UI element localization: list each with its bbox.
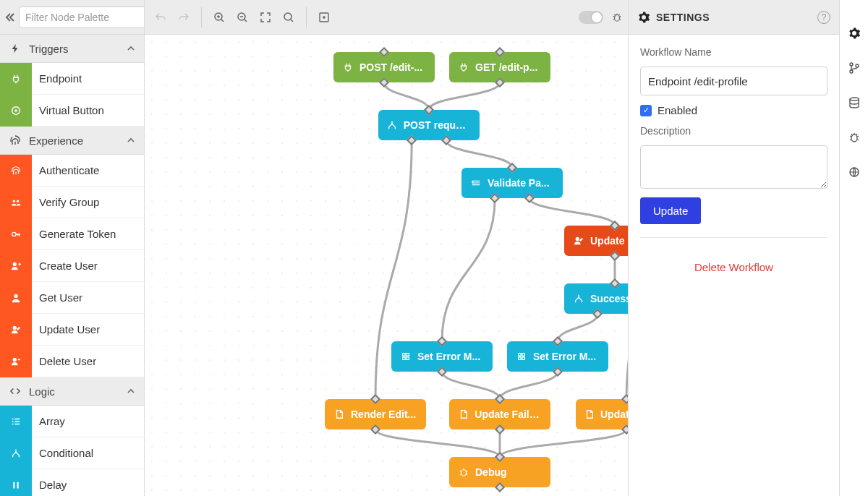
palette-item-label: Authenticate bbox=[32, 164, 144, 176]
redo-icon bbox=[178, 12, 190, 23]
collapse-sidebar-button[interactable] bbox=[4, 7, 16, 28]
svg-point-20 bbox=[851, 134, 857, 142]
node-label: Debug bbox=[475, 466, 507, 478]
plug-icon bbox=[458, 61, 469, 73]
node-label: Validate Pa... bbox=[488, 177, 550, 189]
page-icon bbox=[333, 409, 345, 420]
palette-section-label: Triggers bbox=[29, 43, 119, 55]
bug-icon bbox=[612, 12, 622, 22]
target-icon bbox=[0, 95, 32, 127]
zoom-reset-button[interactable] bbox=[278, 7, 299, 27]
note-plus-icon bbox=[318, 12, 330, 23]
rail-storage-button[interactable] bbox=[844, 93, 864, 113]
enabled-label: Enabled bbox=[658, 104, 697, 116]
svg-point-8 bbox=[13, 357, 17, 361]
zoom-in-button[interactable] bbox=[209, 7, 229, 27]
rail-versions-button[interactable] bbox=[844, 58, 864, 78]
svg-point-1 bbox=[14, 109, 17, 112]
node-label: Update Failure bbox=[475, 409, 542, 420]
rail-debug-button[interactable] bbox=[844, 127, 864, 147]
palette-item[interactable]: Get User bbox=[0, 282, 144, 314]
rail-globals-button[interactable] bbox=[844, 162, 864, 182]
right-rail bbox=[839, 0, 868, 496]
palette-item-label: Delete User bbox=[32, 355, 144, 367]
palette-item[interactable]: Create User bbox=[0, 250, 144, 282]
palette-section-logic[interactable]: Logic bbox=[0, 377, 144, 406]
palette-item[interactable]: Endpoint bbox=[0, 63, 144, 95]
user-icon bbox=[0, 282, 32, 314]
group-icon bbox=[0, 187, 32, 218]
user!-icon bbox=[573, 235, 584, 247]
debug-toggle[interactable] bbox=[579, 11, 603, 24]
node-label: Success? bbox=[590, 293, 628, 304]
palette-item[interactable]: Virtual Button bbox=[0, 95, 144, 127]
svg-point-14 bbox=[576, 237, 579, 241]
finger-icon bbox=[0, 155, 32, 187]
palette-section-experience[interactable]: Experience bbox=[0, 127, 144, 155]
toolbar bbox=[145, 0, 628, 35]
svg-point-13 bbox=[615, 14, 620, 21]
bug-icon bbox=[848, 132, 860, 143]
zoom-out-button[interactable] bbox=[232, 7, 252, 27]
svg-point-4 bbox=[12, 232, 16, 236]
palette-item-label: Array bbox=[32, 415, 144, 427]
palette-item-label: Get User bbox=[32, 291, 144, 304]
palette-item[interactable]: Delay bbox=[0, 469, 144, 496]
svg-point-11 bbox=[284, 13, 292, 20]
svg-point-19 bbox=[850, 98, 859, 101]
palette-item[interactable]: Generate Token bbox=[0, 218, 144, 250]
check-icon bbox=[470, 177, 482, 189]
branch-icon bbox=[0, 437, 32, 469]
palette-section-label: Experience bbox=[29, 134, 119, 147]
user!-icon bbox=[0, 314, 32, 346]
redo-button[interactable] bbox=[174, 7, 194, 27]
node-label: GET /edit-p... bbox=[475, 61, 537, 73]
enabled-checkbox[interactable]: ✓ bbox=[640, 105, 652, 116]
list-icon bbox=[0, 406, 32, 437]
bug-icon bbox=[458, 466, 469, 478]
palette-section-label: Logic bbox=[29, 385, 119, 398]
palette-item-label: Endpoint bbox=[32, 72, 144, 85]
description-input[interactable] bbox=[640, 145, 827, 189]
help-button[interactable]: ? bbox=[817, 11, 830, 24]
node-update_success[interactable]: Update Success bbox=[576, 399, 628, 429]
svg-point-3 bbox=[17, 200, 20, 202]
svg-point-16 bbox=[850, 63, 853, 66]
svg-point-15 bbox=[461, 470, 467, 476]
expand-icon bbox=[260, 12, 271, 23]
pause-icon bbox=[0, 469, 32, 497]
gear-icon bbox=[637, 11, 650, 24]
zoom-fit-button[interactable] bbox=[255, 7, 276, 27]
node-label: Update Success bbox=[600, 409, 628, 420]
workflow-name-input[interactable] bbox=[640, 67, 827, 95]
undo-icon bbox=[155, 12, 166, 23]
palette-item[interactable]: Delete User bbox=[0, 346, 144, 377]
palette-item[interactable]: Authenticate bbox=[0, 155, 144, 187]
page-icon bbox=[584, 409, 595, 420]
rail-settings-button[interactable] bbox=[844, 23, 864, 43]
palette-item[interactable]: Verify Group bbox=[0, 187, 144, 218]
grid-icon bbox=[516, 351, 527, 362]
update-button[interactable]: Update bbox=[640, 197, 701, 224]
palette-section-triggers[interactable]: Triggers bbox=[0, 35, 144, 63]
node-label: Set Error M... bbox=[533, 351, 596, 362]
palette-item[interactable]: Update User bbox=[0, 314, 144, 346]
palette-item[interactable]: Conditional bbox=[0, 437, 144, 469]
workflow-canvas[interactable]: POST /edit-...GET /edit-p...POST request… bbox=[145, 35, 628, 496]
palette-item-label: Verify Group bbox=[32, 196, 144, 208]
plug-icon bbox=[0, 63, 32, 95]
undo-button[interactable] bbox=[150, 7, 171, 27]
settings-title: SETTINGS bbox=[656, 12, 710, 23]
filter-node-input[interactable] bbox=[19, 7, 145, 28]
globe-icon bbox=[848, 166, 860, 178]
delete-workflow-link[interactable]: Delete Workflow bbox=[640, 247, 827, 273]
bolt-icon bbox=[9, 42, 22, 55]
add-note-button[interactable] bbox=[314, 7, 334, 27]
search-icon bbox=[283, 12, 294, 23]
node-update_user[interactable]: Update User bbox=[564, 226, 628, 256]
user+-icon bbox=[0, 250, 32, 282]
palette-item-label: Virtual Button bbox=[32, 104, 144, 116]
palette-item-label: Delay bbox=[32, 479, 144, 491]
palette-item-label: Conditional bbox=[32, 447, 144, 459]
palette-item[interactable]: Array bbox=[0, 406, 144, 437]
